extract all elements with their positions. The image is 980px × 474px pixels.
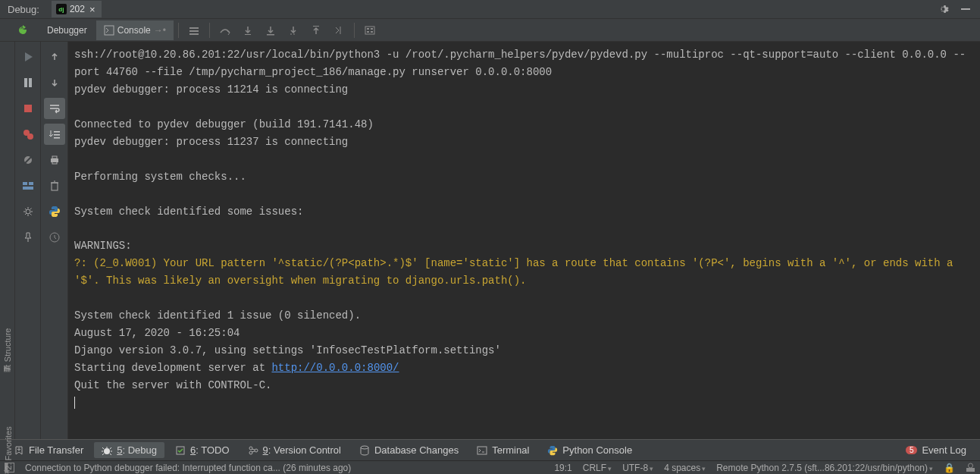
svg-rect-22 (23, 187, 33, 190)
console-output[interactable]: ssh://root@10.20.86.201:22/usr/local/bin… (68, 42, 980, 439)
scroll-to-end-icon[interactable] (44, 124, 65, 145)
file-encoding[interactable]: UTF-8▾ (622, 463, 653, 473)
database-changes-tool[interactable]: Database Changes (352, 442, 466, 458)
event-log-tool[interactable]: 5 Event Log (898, 442, 974, 458)
console-line: August 17, 2020 - 16:25:04 (74, 327, 240, 339)
inspections-icon[interactable] (966, 463, 975, 472)
svg-rect-38 (477, 447, 487, 454)
svg-rect-9 (367, 28, 369, 30)
svg-rect-26 (54, 137, 60, 139)
svg-rect-25 (54, 134, 60, 136)
svg-rect-30 (52, 183, 58, 190)
version-control-tool[interactable]: 9: Version Control (240, 442, 349, 458)
pin-icon[interactable] (20, 230, 36, 245)
server-url-link[interactable]: http://0.0.0.0:8000/ (271, 362, 399, 374)
bottom-tool-window-bar: File Transfer 5: Debug 6: TODO 9: Versio… (0, 439, 980, 460)
svg-rect-41 (966, 468, 975, 472)
svg-rect-24 (54, 131, 60, 133)
force-step-into-icon[interactable] (283, 20, 304, 40)
resume-icon[interactable] (20, 49, 36, 64)
file-transfer-label: File Transfer (29, 444, 83, 456)
stop-icon[interactable] (20, 101, 36, 116)
close-tab-icon[interactable]: × (88, 4, 97, 15)
svg-rect-21 (29, 182, 33, 185)
svg-rect-8 (365, 27, 374, 34)
console-line: Connected to pydev debugger (build 191.7… (74, 118, 374, 130)
step-into-icon[interactable] (237, 20, 258, 40)
layout-icon[interactable] (183, 20, 205, 40)
settings-gear-icon[interactable] (20, 204, 36, 219)
todo-tool[interactable]: 6: TODO (168, 442, 237, 458)
terminal-label: Terminal (492, 444, 529, 456)
clear-all-icon[interactable] (44, 175, 65, 196)
step-into-my-code-icon[interactable] (260, 20, 281, 40)
console-line: System check identified 1 issue (0 silen… (74, 309, 361, 322)
print-icon[interactable] (44, 149, 65, 171)
mute-breakpoints-icon[interactable] (20, 152, 36, 168)
text-cursor (74, 397, 75, 409)
console-line: ssh://root@10.20.86.201:22/usr/local/bin… (74, 49, 966, 78)
svg-point-32 (104, 448, 110, 454)
tab-console-label: Console (117, 25, 151, 36)
layout-settings-icon[interactable] (20, 178, 36, 193)
rerun-icon[interactable] (12, 20, 33, 40)
run-config-name: 202 (70, 4, 85, 14)
python-interpreter[interactable]: Remote Python 2.7.5 (sft...86.201:22/usr… (716, 463, 933, 473)
python-console-tool[interactable]: Python Console (540, 442, 640, 458)
terminal-tool[interactable]: Terminal (469, 442, 537, 458)
svg-rect-2 (189, 27, 199, 29)
debug-key-label: 5: Debug (117, 444, 157, 456)
db-changes-label: Database Changes (374, 444, 459, 456)
run-to-cursor-icon[interactable] (328, 20, 349, 40)
tab-debugger[interactable]: Debugger (39, 20, 95, 40)
scroll-up-icon[interactable] (44, 46, 65, 67)
view-breakpoints-icon[interactable] (20, 127, 36, 142)
django-icon: dj (56, 4, 67, 14)
console-side-toolbar (41, 42, 68, 439)
svg-rect-7 (313, 26, 319, 27)
event-log-label: Event Log (922, 444, 966, 456)
pause-icon[interactable] (20, 75, 36, 90)
svg-rect-11 (367, 31, 369, 33)
python-prompt-icon[interactable] (44, 201, 65, 222)
caret-position[interactable]: 19:1 (554, 463, 571, 473)
step-over-icon[interactable] (214, 20, 236, 40)
status-message: Connection to Python debugger failed: In… (25, 463, 543, 473)
indent-settings[interactable]: 4 spaces▾ (664, 463, 706, 473)
svg-rect-14 (29, 78, 32, 87)
svg-rect-12 (371, 31, 373, 33)
soft-wrap-icon[interactable] (44, 98, 65, 119)
svg-rect-20 (23, 182, 27, 185)
console-line: Starting development server at (74, 362, 271, 374)
todo-key-label: 6: TODO (190, 444, 230, 456)
favorites-tool-tab[interactable]: 2: Favorites (4, 426, 13, 469)
svg-point-23 (26, 209, 30, 214)
svg-rect-10 (371, 28, 373, 30)
svg-point-42 (969, 463, 973, 468)
tab-console[interactable]: Console →• (96, 20, 174, 40)
structure-tool-tab[interactable]: 7: Structure (3, 328, 12, 372)
python-console-label: Python Console (562, 444, 632, 456)
console-line: System check identified some issues: (74, 206, 303, 218)
console-line: Django version 3.0.7, using settings 'In… (74, 344, 501, 356)
debug-tool-window-header: Debug: dj 202 × (0, 0, 980, 19)
scroll-down-icon[interactable] (44, 72, 65, 93)
svg-rect-3 (189, 30, 199, 32)
debug-sub-toolbar: Debugger Console →• (0, 19, 980, 42)
vcs-key-label: 9: Version Control (263, 444, 341, 456)
debug-side-toolbar-left (15, 42, 41, 439)
minimize-icon[interactable] (959, 2, 972, 16)
run-config-tab[interactable]: dj 202 × (52, 1, 102, 17)
svg-rect-28 (52, 156, 57, 159)
line-separator[interactable]: CRLF▾ (583, 463, 612, 473)
readonly-lock-icon[interactable]: 🔒 (944, 463, 955, 473)
debug-tool[interactable]: 5: Debug (94, 442, 164, 458)
file-transfer-tool[interactable]: File Transfer (6, 442, 91, 458)
debug-label: Debug: (0, 4, 47, 15)
history-icon[interactable] (44, 227, 65, 248)
gear-icon[interactable] (936, 2, 950, 16)
step-out-icon[interactable] (305, 20, 327, 40)
console-line: Performing system checks... (74, 171, 246, 183)
console-line: pydev debugger: process 11237 is connect… (74, 136, 348, 148)
evaluate-expression-icon[interactable] (359, 20, 380, 40)
